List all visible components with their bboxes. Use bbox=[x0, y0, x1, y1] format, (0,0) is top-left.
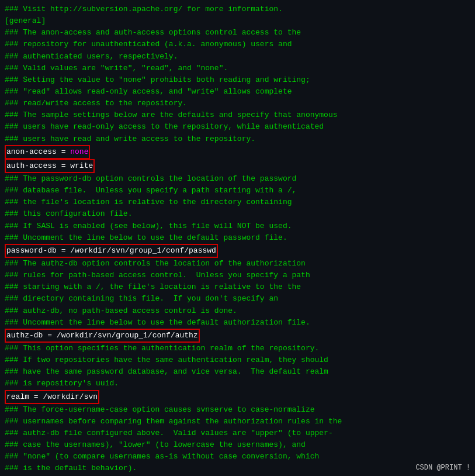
comment-text: ### users have read and write access to … bbox=[5, 134, 255, 143]
comment-text: ### authenticated users, respectively. bbox=[5, 52, 178, 61]
comment-text: [general] bbox=[5, 16, 46, 25]
comment-text: ### Setting the value to "none" prohibit… bbox=[5, 75, 310, 84]
comment-text: ### The anon-access and auth-access opti… bbox=[5, 28, 301, 37]
comment-text: ### The force-username-case option cause… bbox=[5, 405, 315, 414]
comment-text: ### Uncomment the line below to use the … bbox=[5, 233, 287, 242]
comment-text: ### repository for unauthenticated (a.k.… bbox=[5, 40, 292, 49]
line-16: ### database file. Unless you specify a … bbox=[5, 185, 470, 196]
config-key: password-db bbox=[6, 246, 57, 255]
line-22: ### The authz-db option controls the loc… bbox=[5, 258, 470, 270]
config-value: /workdir/svn/group_1/conf/authz bbox=[57, 331, 198, 340]
config-eq: = bbox=[43, 331, 56, 340]
line-30: ### If two repositories have the same au… bbox=[5, 354, 470, 366]
config-key: anon-access bbox=[6, 147, 57, 156]
line-27: ### Uncomment the line below to use the … bbox=[5, 317, 470, 329]
comment-text: ### rules for path-based access control.… bbox=[5, 271, 310, 280]
line-37: ### case the usernames), "lower" (to low… bbox=[5, 439, 470, 451]
line-38: ### "none" (to compare usernames as-is w… bbox=[5, 451, 470, 463]
comment-text: ### This option specifies the authentica… bbox=[5, 344, 319, 353]
line-29: ### This option specifies the authentica… bbox=[5, 343, 470, 354]
line-35: ### usernames before comparing them agai… bbox=[5, 416, 470, 427]
line-13: anon-access = none bbox=[5, 145, 470, 159]
line-21: password-db = /workdir/svn/group_1/conf/… bbox=[5, 244, 470, 258]
comment-text: ### users have read-only access to the r… bbox=[5, 122, 324, 131]
line-24: ### starting with a /, the file's locati… bbox=[5, 281, 470, 293]
config-eq: = bbox=[57, 246, 70, 255]
line-32: ### is repository's uuid. bbox=[5, 378, 470, 389]
config-highlight-box: anon-access = none bbox=[5, 145, 90, 159]
config-eq: = bbox=[57, 161, 70, 170]
comment-text: ### The sample settings below are the de… bbox=[5, 111, 338, 119]
line-8: ### "read" allows read-only access, and … bbox=[5, 86, 470, 98]
comment-text: ### have the same password database, and… bbox=[5, 367, 328, 376]
config-value: /workdir/svn bbox=[43, 392, 98, 401]
config-eq: = bbox=[29, 392, 43, 401]
comment-text: ### database file. Unless you specify a … bbox=[5, 186, 296, 195]
line-12: ### users have read and write access to … bbox=[5, 133, 470, 145]
config-value: none bbox=[70, 147, 88, 156]
config-value: /workdir/svn/group_1/conf/passwd bbox=[70, 246, 216, 255]
watermark: CSDN @PRINT ! bbox=[415, 463, 470, 474]
comment-text: ### Valid values are "write", "read", an… bbox=[5, 64, 228, 73]
comment-text: ### authz-db file configured above. Vali… bbox=[5, 429, 333, 437]
comment-text: ### this configuration file. bbox=[5, 209, 132, 218]
line-11: ### users have read-only access to the r… bbox=[5, 121, 470, 133]
config-eq: = bbox=[57, 147, 70, 156]
line-36: ### authz-db file configured above. Vali… bbox=[5, 427, 470, 439]
comment-text: ### is the default behavior). bbox=[5, 464, 137, 472]
comment-text: ### read/write access to the repository. bbox=[5, 99, 187, 108]
line-9: ### read/write access to the repository. bbox=[5, 98, 470, 109]
line-20: ### Uncomment the line below to use the … bbox=[5, 232, 470, 244]
line-28: authz-db = /workdir/svn/group_1/conf/aut… bbox=[5, 329, 470, 343]
line-34: ### The force-username-case option cause… bbox=[5, 404, 470, 416]
line-25: ### directory containing this file. If y… bbox=[5, 293, 470, 305]
comment-text: ### If two repositories have the same au… bbox=[5, 356, 328, 364]
line-39: ### is the default behavior). bbox=[5, 463, 470, 474]
comment-text: ### The authz-db option controls the loc… bbox=[5, 259, 306, 268]
comment-text: ### authz-db, no path-based access contr… bbox=[5, 306, 237, 315]
comment-text: ### Visit http://subversion.apache.org/ … bbox=[5, 5, 283, 13]
line-10: ### The sample settings below are the de… bbox=[5, 109, 470, 121]
comment-text: ### is repository's uuid. bbox=[5, 379, 119, 388]
comment-text: ### "read" allows read-only access, and … bbox=[5, 87, 292, 96]
line-18: ### this configuration file. bbox=[5, 208, 470, 220]
lines-container: ### Visit http://subversion.apache.org/ … bbox=[5, 4, 470, 474]
config-highlight-box: authz-db = /workdir/svn/group_1/conf/aut… bbox=[5, 329, 200, 343]
line-5: ### authenticated users, respectively. bbox=[5, 51, 470, 63]
line-31: ### have the same password database, and… bbox=[5, 366, 470, 378]
comment-text: ### Uncomment the line below to use the … bbox=[5, 318, 310, 327]
line-7: ### Setting the value to "none" prohibit… bbox=[5, 74, 470, 86]
comment-text: ### usernames before comparing them agai… bbox=[5, 417, 342, 426]
line-26: ### authz-db, no path-based access contr… bbox=[5, 305, 470, 317]
config-highlight-box: auth-access = write bbox=[5, 159, 95, 173]
comment-text: ### The password-db option controls the … bbox=[5, 174, 296, 183]
line-33: realm = /workdir/svn bbox=[5, 390, 470, 404]
comment-text: ### starting with a /, the file's locati… bbox=[5, 282, 301, 291]
config-key: realm bbox=[6, 392, 29, 401]
comment-text: ### the file's location is relative to t… bbox=[5, 198, 292, 206]
config-key: auth-access bbox=[6, 161, 57, 170]
comment-text: ### "none" (to compare usernames as-is w… bbox=[5, 452, 319, 461]
config-key: authz-db bbox=[6, 331, 43, 340]
config-value: write bbox=[70, 161, 93, 170]
line-19: ### If SASL is enabled (see below), this… bbox=[5, 220, 470, 232]
line-14: auth-access = write bbox=[5, 159, 470, 173]
line-2: [general] bbox=[5, 15, 470, 27]
line-17: ### the file's location is relative to t… bbox=[5, 196, 470, 208]
line-6: ### Valid values are "write", "read", an… bbox=[5, 63, 470, 74]
comment-text: ### If SASL is enabled (see below), this… bbox=[5, 222, 292, 230]
line-4: ### repository for unauthenticated (a.k.… bbox=[5, 39, 470, 50]
line-0: ### Visit http://subversion.apache.org/ … bbox=[5, 4, 470, 15]
comment-text: ### case the usernames), "lower" (to low… bbox=[5, 440, 306, 449]
comment-text: ### directory containing this file. If y… bbox=[5, 294, 278, 303]
config-highlight-box: password-db = /workdir/svn/group_1/conf/… bbox=[5, 244, 218, 258]
line-3: ### The anon-access and auth-access opti… bbox=[5, 27, 470, 39]
config-highlight-box: realm = /workdir/svn bbox=[5, 390, 99, 404]
line-15: ### The password-db option controls the … bbox=[5, 173, 470, 185]
code-container: ### Visit http://subversion.apache.org/ … bbox=[0, 0, 475, 476]
line-23: ### rules for path-based access control.… bbox=[5, 270, 470, 281]
